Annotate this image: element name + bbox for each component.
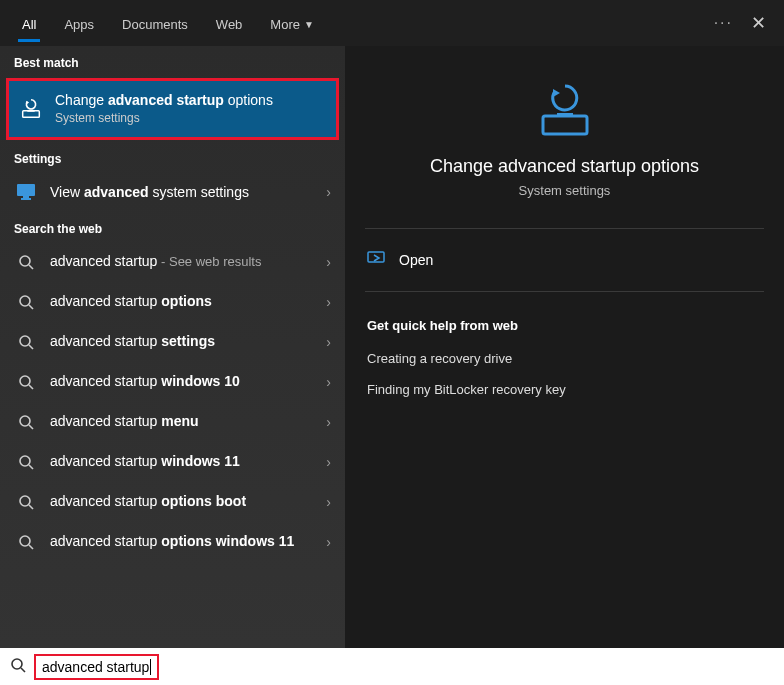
chevron-right-icon: ›	[326, 294, 331, 310]
startup-options-icon	[19, 97, 43, 121]
close-icon[interactable]: ✕	[751, 12, 766, 34]
chevron-right-icon: ›	[326, 494, 331, 510]
best-match-subtitle: System settings	[55, 111, 326, 127]
results-panel: Best match Change advanced startup optio…	[0, 46, 345, 648]
open-icon	[367, 251, 385, 269]
main-area: Best match Change advanced startup optio…	[0, 46, 784, 648]
svg-rect-1	[23, 111, 40, 117]
svg-point-12	[20, 376, 30, 386]
text-bold: advanced startup	[108, 92, 224, 108]
more-options-icon[interactable]: ···	[714, 14, 733, 32]
search-input[interactable]: advanced startup	[42, 659, 149, 675]
search-icon	[10, 657, 26, 677]
web-result[interactable]: advanced startup - See web results ›	[0, 242, 345, 282]
tabs-container: All Apps Documents Web More ▼	[8, 5, 328, 42]
preview-panel: Change advanced startup options System s…	[345, 46, 784, 648]
svg-rect-23	[543, 116, 587, 134]
chevron-right-icon: ›	[326, 414, 331, 430]
divider	[365, 228, 764, 229]
web-result-text: advanced startup windows 11	[50, 452, 318, 471]
svg-rect-2	[27, 110, 34, 112]
search-icon	[14, 290, 38, 314]
search-icon	[14, 370, 38, 394]
svg-line-19	[29, 505, 33, 509]
startup-options-icon-large	[535, 82, 595, 138]
svg-marker-22	[553, 89, 560, 97]
preview-title: Change advanced startup options	[365, 156, 764, 177]
svg-line-11	[29, 345, 33, 349]
svg-point-20	[20, 536, 30, 546]
svg-point-14	[20, 416, 30, 426]
chevron-down-icon: ▼	[304, 19, 314, 30]
text-cursor	[150, 659, 151, 675]
quick-link-bitlocker[interactable]: Finding my BitLocker recovery key	[345, 374, 784, 405]
web-result-text: advanced startup options	[50, 292, 318, 311]
svg-point-8	[20, 296, 30, 306]
chevron-right-icon: ›	[326, 334, 331, 350]
web-result[interactable]: advanced startup windows 10 ›	[0, 362, 345, 402]
svg-point-26	[12, 659, 22, 669]
svg-rect-5	[21, 198, 31, 200]
text-part: View	[50, 184, 84, 200]
svg-point-6	[20, 256, 30, 266]
svg-line-13	[29, 385, 33, 389]
search-icon	[14, 530, 38, 554]
svg-point-16	[20, 456, 30, 466]
text-part: Change	[55, 92, 108, 108]
text-part: options	[224, 92, 273, 108]
search-icon	[14, 330, 38, 354]
divider	[365, 291, 764, 292]
tab-more-label: More	[270, 17, 300, 32]
search-icon	[14, 450, 38, 474]
chevron-right-icon: ›	[326, 374, 331, 390]
web-result-text: advanced startup - See web results	[50, 252, 318, 271]
search-bar[interactable]: advanced startup	[0, 648, 784, 685]
web-result-text: advanced startup menu	[50, 412, 318, 431]
tab-more[interactable]: More ▼	[256, 5, 328, 42]
web-result[interactable]: advanced startup options windows 11 ›	[0, 522, 345, 562]
section-search-web: Search the web	[0, 212, 345, 242]
svg-marker-0	[26, 101, 29, 105]
web-result[interactable]: advanced startup options ›	[0, 282, 345, 322]
best-match-text: Change advanced startup options System s…	[55, 91, 326, 127]
open-action[interactable]: Open	[345, 239, 784, 281]
svg-line-21	[29, 545, 33, 549]
preview-hero: Change advanced startup options System s…	[345, 46, 784, 218]
search-icon	[14, 490, 38, 514]
chevron-right-icon: ›	[326, 534, 331, 550]
web-result-text: advanced startup windows 10	[50, 372, 318, 391]
settings-result[interactable]: View advanced system settings ›	[0, 172, 345, 212]
svg-line-17	[29, 465, 33, 469]
text-bold: advanced	[84, 184, 149, 200]
topbar-right: ··· ✕	[714, 12, 776, 34]
chevron-right-icon: ›	[326, 254, 331, 270]
chevron-right-icon: ›	[326, 454, 331, 470]
web-result-text: advanced startup options windows 11	[50, 532, 318, 551]
top-tab-bar: All Apps Documents Web More ▼ ··· ✕	[0, 0, 784, 46]
section-best-match: Best match	[0, 46, 345, 76]
tab-documents[interactable]: Documents	[108, 5, 202, 42]
web-result[interactable]: advanced startup options boot ›	[0, 482, 345, 522]
preview-subtitle: System settings	[365, 183, 764, 198]
svg-line-27	[21, 668, 25, 672]
svg-point-10	[20, 336, 30, 346]
tab-apps[interactable]: Apps	[50, 5, 108, 42]
chevron-right-icon: ›	[326, 184, 331, 200]
tab-all[interactable]: All	[8, 5, 50, 42]
svg-rect-24	[557, 113, 573, 117]
search-icon	[14, 250, 38, 274]
svg-point-18	[20, 496, 30, 506]
svg-rect-3	[17, 184, 35, 196]
section-settings: Settings	[0, 142, 345, 172]
quick-link-recovery-drive[interactable]: Creating a recovery drive	[345, 343, 784, 374]
web-result[interactable]: advanced startup settings ›	[0, 322, 345, 362]
tab-web[interactable]: Web	[202, 5, 257, 42]
web-result[interactable]: advanced startup menu ›	[0, 402, 345, 442]
svg-line-15	[29, 425, 33, 429]
search-input-highlight: advanced startup	[34, 654, 159, 680]
web-result[interactable]: advanced startup windows 11 ›	[0, 442, 345, 482]
search-icon	[14, 410, 38, 434]
text-part: system settings	[149, 184, 249, 200]
svg-rect-4	[23, 196, 29, 198]
best-match-result[interactable]: Change advanced startup options System s…	[6, 78, 339, 140]
